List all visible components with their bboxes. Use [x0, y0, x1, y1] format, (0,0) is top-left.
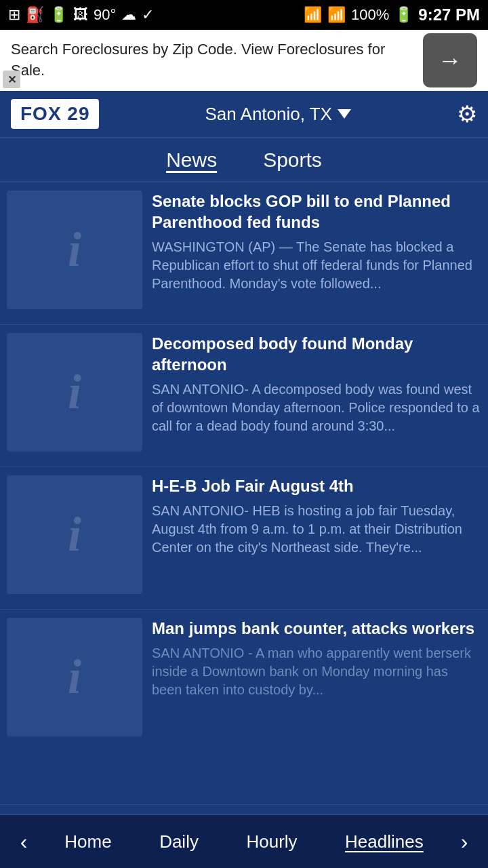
wifi-icon: 📶 — [304, 6, 322, 24]
news-thumbnail-4: i — [7, 618, 142, 736]
ad-close-button[interactable]: ✕ — [3, 71, 20, 88]
nav-home[interactable]: Home — [59, 829, 117, 855]
nav-hourly[interactable]: Hourly — [241, 829, 302, 855]
news-summary-3: SAN ANTONIO- HEB is hosting a job fair T… — [152, 502, 481, 557]
app-header: FOX 29 San Antonio, TX ⚙ — [0, 91, 488, 138]
ad-text: Search Foreclosures by Zip Code. View Fo… — [11, 39, 415, 81]
news-summary-1: WASHINGTON (AP) — The Senate has blocked… — [152, 238, 481, 293]
news-summary-4: SAN ANTONIO - A man who apparently went … — [152, 644, 481, 699]
news-thumbnail-3: i — [7, 475, 142, 594]
location-selector[interactable]: San Antonio, TX — [205, 104, 351, 125]
nav-daily[interactable]: Daily — [154, 829, 204, 855]
battery-percent: 100% — [351, 6, 389, 24]
news-item-2[interactable]: i Decomposed body found Monday afternoon… — [0, 325, 488, 467]
news-thumbnail-2: i — [7, 333, 142, 452]
news-thumbnail-1: i — [7, 191, 142, 309]
tab-bar: News Sports — [0, 138, 488, 182]
location-text: San Antonio, TX — [205, 104, 332, 125]
temperature-icon: 90° — [94, 6, 116, 24]
news-title-1: Senate blocks GOP bill to end Planned Pa… — [152, 191, 481, 233]
battery-icon: 🔋 — [394, 6, 413, 24]
battery-charging-icon: 🔋 — [49, 6, 68, 24]
status-icons-right: 📶 📶 100% 🔋 9:27 PM — [304, 5, 480, 24]
news-item-1[interactable]: i Senate blocks GOP bill to end Planned … — [0, 182, 488, 325]
status-time: 9:27 PM — [418, 5, 480, 24]
check-icon: ✓ — [142, 6, 154, 24]
news-item-4[interactable]: i Man jumps bank counter, attacks worker… — [0, 610, 488, 805]
tab-news[interactable]: News — [163, 143, 220, 177]
news-title-2: Decomposed body found Monday afternoon — [152, 333, 481, 375]
ad-arrow-button[interactable]: → — [423, 33, 477, 87]
nav-prev-button[interactable]: ‹ — [7, 829, 41, 854]
weather-icon: ☁ — [121, 6, 136, 24]
nav-items: Home Daily Hourly Headlines — [41, 829, 447, 855]
image-icon: 🖼 — [73, 6, 88, 24]
bottom-nav: ‹ Home Daily Hourly Headlines › — [0, 814, 488, 868]
status-bar: ⊞ ⛽ 🔋 🖼 90° ☁ ✓ 📶 📶 100% 🔋 9:27 PM — [0, 0, 488, 30]
news-item-3[interactable]: i H-E-B Job Fair August 4th SAN ANTONIO-… — [0, 467, 488, 610]
news-content-4: Man jumps bank counter, attacks workers … — [152, 618, 481, 736]
usb-icon: ⛽ — [26, 6, 44, 24]
news-content-3: H-E-B Job Fair August 4th SAN ANTONIO- H… — [152, 475, 481, 601]
news-list: i Senate blocks GOP bill to end Planned … — [0, 182, 488, 805]
ad-banner[interactable]: ✕ Search Foreclosures by Zip Code. View … — [0, 30, 488, 91]
news-summary-2: SAN ANTONIO- A decomposed body was found… — [152, 380, 481, 435]
nav-headlines[interactable]: Headlines — [340, 829, 429, 855]
add-icon: ⊞ — [8, 6, 20, 24]
news-title-4: Man jumps bank counter, attacks workers — [152, 618, 481, 639]
news-content-2: Decomposed body found Monday afternoon S… — [152, 333, 481, 458]
tab-sports[interactable]: Sports — [260, 143, 325, 177]
news-title-3: H-E-B Job Fair August 4th — [152, 475, 481, 496]
news-content-1: Senate blocks GOP bill to end Planned Pa… — [152, 191, 481, 316]
app-logo: FOX 29 — [11, 99, 99, 129]
status-icons-left: ⊞ ⛽ 🔋 🖼 90° ☁ ✓ — [8, 6, 154, 24]
nav-next-button[interactable]: › — [447, 829, 481, 854]
chevron-down-icon — [338, 109, 351, 119]
signal-icon: 📶 — [327, 6, 346, 24]
settings-button[interactable]: ⚙ — [457, 100, 477, 127]
